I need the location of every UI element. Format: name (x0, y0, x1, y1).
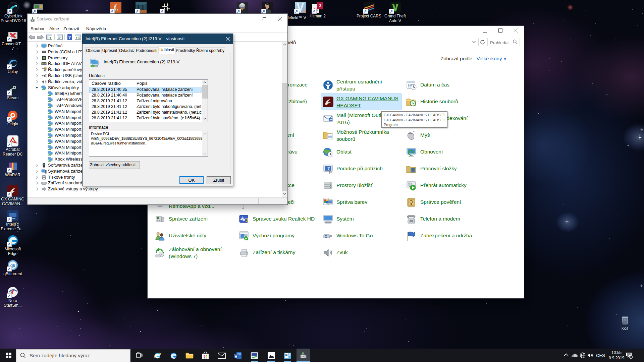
svg-text:1: 1 (630, 356, 632, 359)
svg-text:?: ? (68, 35, 71, 40)
svg-text:2: 2 (319, 3, 321, 8)
